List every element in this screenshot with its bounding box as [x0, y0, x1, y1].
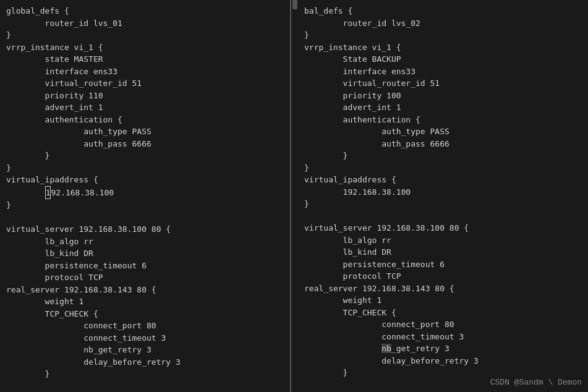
right-pane[interactable]: bal_defs { router_id lvs_02 } vrrp_insta… [298, 0, 588, 392]
left-pane[interactable]: global_defs { router_id lvs_01 } vrrp_in… [0, 0, 291, 392]
right-code: bal_defs { router_id lvs_02 } vrrp_insta… [304, 5, 582, 392]
watermark: CSDN @Sandm \ Demon [490, 378, 582, 387]
left-code: global_defs { router_id lvs_01 } vrrp_in… [6, 5, 284, 392]
editor-container: global_defs { router_id lvs_01 } vrrp_in… [0, 0, 588, 392]
pane-divider [291, 0, 298, 392]
